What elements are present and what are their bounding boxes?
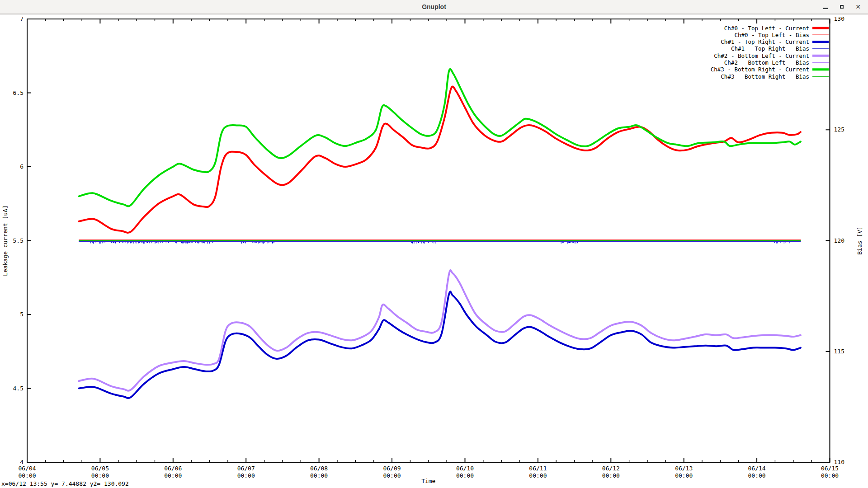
y-left-tick-label: 5.5 <box>13 237 24 244</box>
legend-entry: Ch#3 - Bottom Right - Current <box>711 66 829 73</box>
x-tick-label-date: 06/08 <box>310 465 328 472</box>
legend-label: Ch#3 - Bottom Right - Bias <box>721 73 809 80</box>
x-tick-label-time: 00:00 <box>748 472 766 479</box>
x-axis: 06/0400:0006/0500:0006/0600:0006/0700:00… <box>18 19 839 484</box>
legend-label: Ch#0 - Top Left - Bias <box>734 32 809 38</box>
y-left-tick-label: 4.5 <box>13 385 24 392</box>
gnuplot-window: Gnuplot ✕ 06/0400:0006/0500:0006/0600:00… <box>0 0 868 488</box>
y-left-tick-label: 7 <box>20 15 24 22</box>
x-tick-label-date: 06/06 <box>164 465 182 472</box>
maximize-button[interactable] <box>838 3 845 10</box>
legend-label: Ch#2 - Bottom Left - Current <box>714 52 809 59</box>
x-tick-label-date: 06/11 <box>529 465 547 472</box>
x-tick-label-time: 00:00 <box>164 472 182 479</box>
y-right-tick-label: 110 <box>834 459 844 465</box>
x-tick-label-date: 06/07 <box>237 465 255 472</box>
series-lines <box>79 69 801 398</box>
legend-entry: Ch#2 - Bottom Left - Current <box>714 52 829 59</box>
legend: Ch#0 - Top Left - CurrentCh#0 - Top Left… <box>711 25 829 80</box>
y-left-tick-label: 4 <box>20 459 24 465</box>
x-tick-label-time: 00:00 <box>383 472 401 479</box>
x-tick-label-time: 00:00 <box>602 472 620 479</box>
legend-entry: Ch#2 - Bottom Left - Bias <box>724 59 829 66</box>
x-tick-label-time: 00:00 <box>821 472 839 479</box>
y-right-tick-label: 115 <box>834 348 844 355</box>
x-tick-label-time: 00:00 <box>456 472 474 479</box>
y-left-tick-label: 5 <box>20 311 24 318</box>
legend-entry: Ch#1 - Top Right - Bias <box>731 45 829 52</box>
legend-label: Ch#0 - Top Left - Current <box>724 25 809 32</box>
y-left-tick-label: 6 <box>20 163 24 170</box>
mouse-coordinates-readout: x=06/12 13:55 y= 7.44882 y2= 130.092 <box>1 480 129 487</box>
y-left-axis-title: Leakage current [uA] <box>2 205 9 276</box>
x-tick-label-date: 06/09 <box>383 465 401 472</box>
x-tick-label-time: 00:00 <box>237 472 255 479</box>
x-tick-label-date: 06/04 <box>18 465 36 472</box>
y-right-tick-label: 120 <box>834 237 844 244</box>
x-tick-label-date: 06/13 <box>675 465 693 472</box>
series-4-current-line <box>79 270 801 391</box>
legend-label: Ch#2 - Bottom Left - Bias <box>724 59 809 66</box>
x-tick-label-date: 06/14 <box>748 465 766 472</box>
x-tick-label-date: 06/12 <box>602 465 620 472</box>
window-title: Gnuplot <box>422 3 446 10</box>
minimize-icon <box>823 8 828 9</box>
y-right-axis-title: Bias [V] <box>856 226 863 255</box>
x-tick-label-time: 00:00 <box>18 472 36 479</box>
minimize-button[interactable] <box>822 3 829 10</box>
legend-entry: Ch#1 - Top Right - Current <box>721 38 829 45</box>
legend-label: Ch#1 - Top Right - Current <box>721 38 809 45</box>
y-right-tick-label: 130 <box>834 15 844 22</box>
x-tick-label-date: 06/10 <box>456 465 474 472</box>
x-tick-label-date: 06/05 <box>91 465 109 472</box>
legend-label: Ch#3 - Bottom Right - Current <box>711 66 809 73</box>
y-left-tick-label: 6.5 <box>13 89 24 96</box>
x-tick-label-time: 00:00 <box>675 472 693 479</box>
legend-entry: Ch#0 - Top Left - Bias <box>734 32 829 38</box>
window-titlebar[interactable]: Gnuplot <box>0 0 868 14</box>
maximize-icon <box>840 5 844 9</box>
legend-entry: Ch#3 - Bottom Right - Bias <box>721 73 829 80</box>
x-tick-label-time: 00:00 <box>310 472 328 479</box>
x-axis-title: Time <box>421 478 435 484</box>
chart-canvas[interactable]: 06/0400:0006/0500:0006/0600:0006/0700:00… <box>0 0 868 488</box>
series-0-current-line <box>79 86 801 233</box>
x-tick-label-date: 06/15 <box>821 465 839 472</box>
y-right-tick-label: 125 <box>834 126 844 133</box>
y-axis-right: 110115120125130Bias [V] <box>826 15 863 465</box>
legend-label: Ch#1 - Top Right - Bias <box>731 45 809 52</box>
series-6-current-line <box>79 69 801 206</box>
close-button[interactable]: ✕ <box>854 3 862 10</box>
legend-entry: Ch#0 - Top Left - Current <box>724 25 829 32</box>
close-icon: ✕ <box>855 4 861 10</box>
window-controls: ✕ <box>822 0 862 14</box>
x-tick-label-time: 00:00 <box>529 472 547 479</box>
series-2-current-line <box>79 291 801 398</box>
x-tick-label-time: 00:00 <box>91 472 109 479</box>
